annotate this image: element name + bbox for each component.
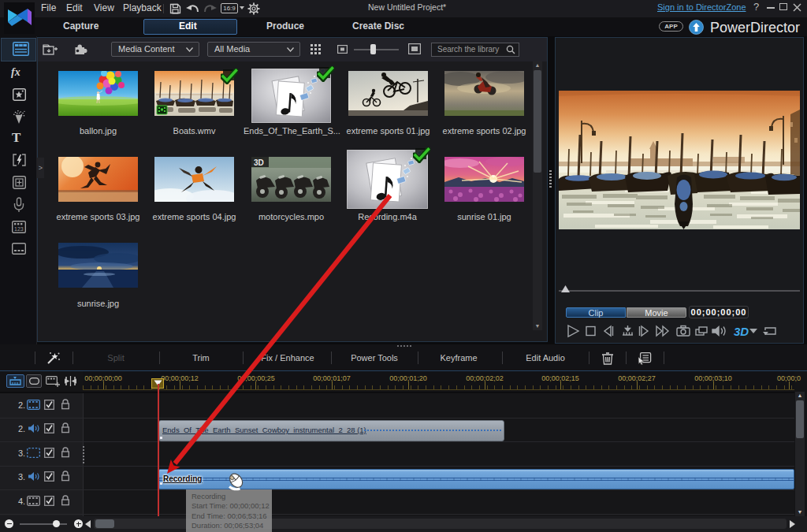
svg-text:123: 123 [14, 226, 24, 232]
svg-text:3D: 3D [254, 158, 264, 167]
svg-text:3D: 3D [734, 325, 749, 338]
